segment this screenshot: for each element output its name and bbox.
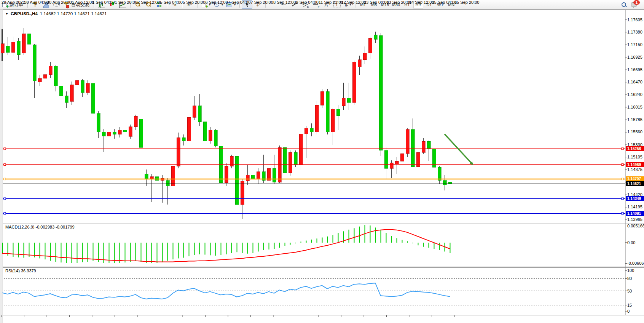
line-handle[interactable] (622, 198, 623, 200)
time-axis-label: 30 Aug 20:00 (47, 0, 72, 5)
price-tick-label: 1.17150 (627, 42, 642, 47)
chart-canvas[interactable] (0, 0, 644, 323)
candle-body (438, 167, 441, 181)
current-price-badge: 1.14621 (626, 181, 644, 186)
candle-body (22, 34, 26, 53)
time-axis-label: 7 Sep 04:00 (228, 0, 250, 5)
line-handle[interactable] (622, 213, 623, 214)
candle-body (299, 134, 303, 165)
chart-ohlc-values: 1.14682 1.14720 1.14621 1.14621 (40, 11, 107, 16)
price-tick-label: 1.16925 (627, 55, 642, 59)
rsi-tick-label: 80 (627, 276, 632, 281)
candle-body (102, 132, 105, 136)
rsi-name: RSI(14) (5, 269, 20, 273)
macd-tick-label: 0.00 (627, 240, 635, 245)
price-tick-label: 1.16015 (627, 105, 642, 109)
candle-body (11, 42, 15, 52)
candle-body (70, 85, 73, 101)
candle-body (352, 62, 356, 102)
time-axis-label: 30 Aug 04:00 (24, 0, 49, 5)
hline-price-badge: 1.14707 (626, 176, 644, 181)
time-axis-label: 12 Sep 12:00 (341, 0, 366, 5)
time-axis-label: 8 Sep 12:00 (273, 0, 296, 5)
candle-body (294, 152, 297, 165)
line-handle[interactable] (622, 148, 623, 150)
candle-body (33, 45, 36, 81)
candle-body (225, 166, 228, 182)
candle-body (166, 181, 169, 186)
time-axis-label: 5 Sep 20:00 (183, 0, 205, 5)
candle-body (198, 106, 201, 122)
candle-body (43, 75, 47, 78)
rsi-value: 36.3379 (21, 269, 36, 273)
candle-body (379, 35, 383, 150)
price-tick-label: 1.17380 (627, 30, 642, 34)
candle-body (374, 35, 377, 40)
candle-body (6, 46, 10, 53)
candle-body (342, 98, 345, 106)
candle-body (246, 175, 249, 181)
candle-body (390, 163, 393, 168)
time-axis-label: 1 Sep 04:00 (92, 0, 115, 5)
candle-body (214, 130, 217, 146)
candle-body (182, 138, 185, 141)
line-handle[interactable] (4, 198, 6, 200)
candle-body (65, 96, 68, 102)
candle-body (219, 146, 223, 183)
candle-body (75, 80, 79, 85)
line-handle[interactable] (622, 178, 623, 180)
candle-body (326, 91, 329, 132)
candle-body (235, 156, 239, 205)
line-handle[interactable] (4, 178, 6, 180)
line-handle[interactable] (4, 213, 6, 214)
candle-body (49, 66, 52, 75)
chart-title: ▼ GBPUSD-,H4 1.14682 1.14720 1.14621 1.1… (5, 11, 107, 16)
candle-body (427, 141, 430, 149)
price-tick-label: 1.16695 (627, 67, 642, 72)
line-handle[interactable] (4, 148, 6, 150)
candle-body (203, 122, 207, 141)
line-handle[interactable] (4, 164, 6, 166)
candle-body (257, 172, 260, 179)
candle-body (336, 109, 340, 115)
time-axis-label: 31 Aug 12:00 (70, 0, 94, 5)
candle-body (97, 114, 100, 132)
candle-body (193, 106, 196, 117)
candle-body (38, 78, 41, 82)
candle-body (273, 168, 276, 182)
candle-body (400, 154, 404, 161)
price-tick-label: 1.17605 (627, 18, 642, 22)
price-tick-label: 1.15785 (627, 117, 642, 122)
candle-body (27, 34, 31, 44)
candle-body (81, 80, 84, 93)
candle-body (320, 91, 324, 105)
hline-price-badge: 1.14081 (626, 211, 644, 216)
candle-body (289, 152, 292, 173)
candle-body (422, 141, 425, 152)
candle-body (139, 119, 143, 147)
hline-price-badge: 1.14349 (626, 196, 644, 201)
candlesticks (1, 20, 452, 219)
rsi-tick-label: 50 (627, 289, 632, 293)
horizontal-lines (3, 148, 625, 214)
candle-body (304, 128, 308, 134)
candle-body (358, 60, 361, 67)
candle-body (448, 182, 452, 184)
candle-body (395, 161, 399, 164)
candle-body (129, 127, 132, 137)
rsi-line (2, 283, 450, 299)
price-tick-label: 1.16470 (627, 80, 642, 84)
line-handle[interactable] (622, 164, 623, 166)
chart-dropdown-icon[interactable]: ▼ (5, 12, 8, 16)
price-tick-label: 1.15560 (627, 130, 642, 134)
candle-body (384, 150, 388, 169)
hline-price-badge: 1.15258 (626, 146, 644, 151)
time-axis-label: 13 Sep 04:00 (364, 0, 389, 5)
candle-body (91, 83, 95, 114)
candle-body (59, 86, 63, 96)
chart-symbol-period: GBPUSD-,H4 (11, 11, 38, 16)
time-axis-label: 7 Sep 20:00 (251, 0, 273, 5)
price-tick-label: 1.14875 (627, 167, 642, 172)
candle-body (209, 130, 212, 141)
rsi-tick-label: 100 (627, 268, 634, 273)
